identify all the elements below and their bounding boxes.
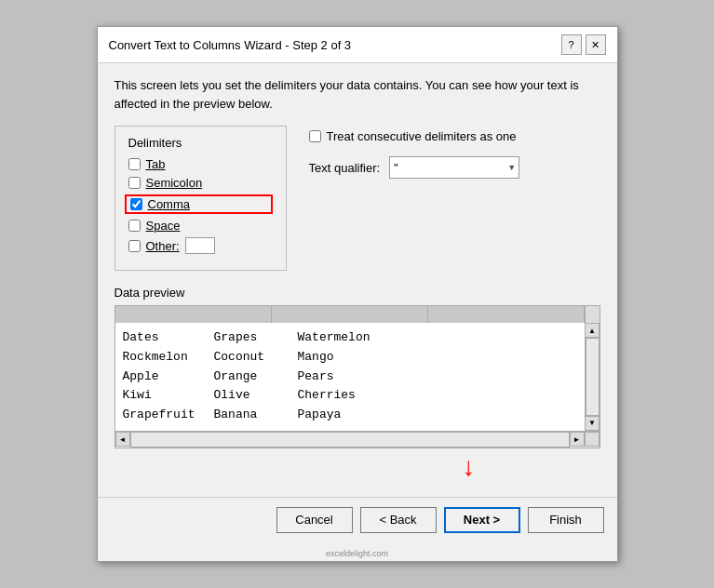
tab-checkbox-row: Tab (128, 157, 273, 171)
preview-col-1: Dates Rockmelon Apple Kiwi Grapefruit (123, 328, 214, 425)
help-button[interactable]: ? (561, 34, 582, 55)
vertical-scrollbar[interactable]: ▲ ▼ (585, 323, 599, 431)
semicolon-checkbox[interactable] (128, 177, 141, 189)
tab-checkbox[interactable] (128, 158, 141, 170)
cell-1-4: Kiwi (123, 386, 195, 406)
arrow-wrapper: ↓ (115, 454, 600, 480)
watermark-text: exceldelight.com (326, 549, 388, 558)
qualifier-select-wrapper: " ' {none} (389, 156, 519, 179)
treat-consecutive-checkbox[interactable] (309, 130, 321, 142)
space-label[interactable]: Space (146, 219, 181, 233)
space-checkbox-row: Space (128, 219, 273, 233)
watermark: exceldelight.com (98, 546, 617, 561)
other-checkbox[interactable] (128, 240, 141, 252)
preview-content-area: Dates Rockmelon Apple Kiwi Grapefruit Gr… (115, 323, 599, 431)
semicolon-checkbox-row: Semicolon (128, 176, 273, 190)
scroll-right-btn[interactable]: ► (570, 432, 585, 447)
cell-3-4: Cherries (298, 386, 370, 406)
cell-3-2: Mango (298, 348, 370, 368)
data-preview-label: Data preview (115, 286, 600, 300)
scroll-up-btn[interactable]: ▲ (585, 323, 599, 338)
comma-label[interactable]: Comma (148, 197, 191, 211)
preview-columns-area: Dates Rockmelon Apple Kiwi Grapefruit Gr… (115, 323, 585, 431)
cell-3-3: Pears (298, 368, 370, 387)
cell-3-5: Papaya (298, 406, 370, 425)
finish-button[interactable]: Finish (528, 507, 604, 533)
qualifier-label: Text qualifier: (309, 161, 381, 175)
preview-table: Dates Rockmelon Apple Kiwi Grapefruit Gr… (115, 305, 600, 448)
main-dialog: Convert Text to Columns Wizard - Step 2 … (97, 26, 618, 562)
description-text: This screen lets you set the delimiters … (115, 76, 600, 113)
cell-1-3: Apple (123, 368, 195, 387)
dialog-body: This screen lets you set the delimiters … (98, 63, 617, 497)
red-arrow-icon: ↓ (463, 452, 476, 481)
qualifier-select[interactable]: " ' {none} (389, 156, 519, 179)
top-row: Delimiters Tab Semicolon Comma Space (115, 126, 600, 271)
cell-2-4: Olive (214, 386, 279, 406)
title-bar: Convert Text to Columns Wizard - Step 2 … (98, 27, 617, 63)
header-scrollbar-corner (585, 306, 599, 323)
header-col-1 (115, 306, 272, 323)
other-input[interactable] (185, 237, 215, 254)
delimiters-label: Delimiters (128, 136, 273, 150)
treat-consecutive-label[interactable]: Treat consecutive delimiters as one (327, 129, 517, 143)
scrollbar-corner (585, 432, 599, 447)
cell-1-5: Grapefruit (123, 406, 195, 425)
right-options: Treat consecutive delimiters as one Text… (309, 126, 520, 271)
comma-checkbox[interactable] (130, 198, 142, 210)
cell-2-2: Coconut (214, 348, 279, 368)
preview-table-outer: Dates Rockmelon Apple Kiwi Grapefruit Gr… (115, 305, 600, 448)
scroll-track-v[interactable] (586, 338, 599, 416)
preview-col-2: Grapes Coconut Orange Olive Banana (214, 328, 298, 425)
cell-3-1: Watermelon (298, 328, 370, 348)
close-button[interactable]: ✕ (586, 34, 606, 55)
scroll-track-h[interactable] (130, 432, 570, 448)
cell-2-5: Banana (214, 406, 279, 425)
cell-1-2: Rockmelon (123, 348, 195, 368)
back-button[interactable]: < Back (360, 507, 437, 533)
preview-header-bar (115, 306, 599, 323)
other-label[interactable]: Other: (146, 239, 180, 253)
next-button[interactable]: Next > (444, 507, 520, 533)
semicolon-label[interactable]: Semicolon (146, 176, 203, 190)
title-controls: ? ✕ (561, 34, 606, 55)
cell-2-1: Grapes (214, 328, 279, 348)
comma-checkbox-row: Comma (125, 194, 273, 214)
dialog-footer: Cancel < Back Next > Finish (98, 497, 617, 546)
horizontal-scrollbar[interactable]: ◄ ► (115, 431, 599, 448)
dialog-title: Convert Text to Columns Wizard - Step 2 … (109, 38, 352, 52)
header-col-3 (428, 306, 585, 323)
preview-header-cols (115, 306, 585, 323)
other-checkbox-row: Other: (128, 237, 273, 254)
space-checkbox[interactable] (128, 220, 141, 232)
cancel-button[interactable]: Cancel (276, 507, 353, 533)
delimiters-section: Delimiters Tab Semicolon Comma Space (115, 126, 287, 271)
scroll-down-btn[interactable]: ▼ (585, 416, 599, 431)
header-col-2 (272, 306, 428, 323)
cell-1-1: Dates (123, 328, 195, 348)
treat-consecutive-row: Treat consecutive delimiters as one (309, 129, 520, 143)
tab-label[interactable]: Tab (146, 157, 166, 171)
scroll-left-btn[interactable]: ◄ (115, 432, 130, 447)
qualifier-row: Text qualifier: " ' {none} (309, 156, 520, 179)
preview-col-3: Watermelon Mango Pears Cherries Papaya (298, 328, 389, 425)
cell-2-3: Orange (214, 368, 279, 387)
